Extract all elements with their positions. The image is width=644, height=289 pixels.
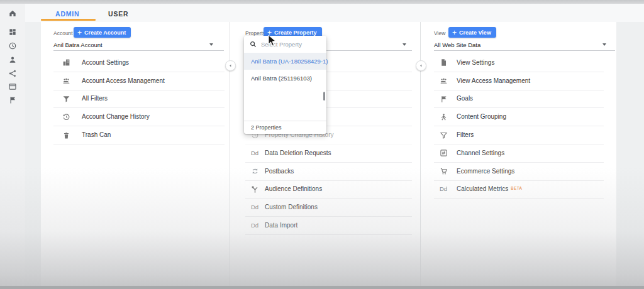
search-icon: [250, 41, 257, 48]
audience-branch-icon: [250, 185, 259, 194]
plus-icon: +: [267, 29, 272, 36]
document-icon: [439, 58, 448, 67]
frame-bottom-strip: [0, 286, 644, 289]
sync-arrows-icon: [250, 167, 259, 176]
property-search-input[interactable]: [260, 40, 319, 48]
list-item-goals[interactable]: Goals: [434, 90, 604, 109]
account-settings-list: Account Settings Account Access Manageme…: [53, 54, 225, 144]
chevron-down-icon[interactable]: [209, 43, 213, 46]
divider: [244, 121, 326, 121]
customization-icon[interactable]: [8, 28, 17, 36]
dd-glyph-icon: Dd: [250, 221, 259, 230]
chevron-left-icon: [419, 63, 423, 68]
trash-icon: [62, 131, 70, 139]
left-nav-rail: [0, 4, 25, 286]
property-option-1[interactable]: Anil Batra (UA-180258429-1): [244, 53, 326, 70]
list-item-account-change-history[interactable]: Account Change History: [53, 108, 225, 126]
ga-admin-screen: ADMIN USER Account + Create Account Ani: [0, 0, 644, 289]
cart-icon: [439, 167, 448, 176]
beta-badge: BETA: [511, 186, 522, 190]
create-view-button[interactable]: + Create View: [448, 27, 496, 38]
channel-settings-icon: [439, 149, 448, 158]
list-item-trash-can[interactable]: Trash Can: [53, 126, 225, 144]
list-item-channel-settings[interactable]: Channel Settings: [434, 144, 604, 163]
dd-glyph-icon: Dd: [250, 203, 259, 212]
list-item-account-settings[interactable]: Account Settings: [53, 54, 225, 72]
property-count-label: 2 Properties: [251, 124, 282, 131]
active-tab-underline: [41, 19, 96, 21]
list-item-account-access-management[interactable]: Account Access Management: [53, 72, 225, 90]
funnel-icon: [62, 94, 70, 103]
history-icon: [62, 112, 70, 121]
view-selector[interactable]: All Web Site Data: [434, 41, 480, 49]
list-item-filters[interactable]: Filters: [434, 126, 604, 144]
chevron-left-icon: [228, 63, 233, 68]
tab-user[interactable]: USER: [108, 9, 128, 19]
conversions-flag-icon[interactable]: [8, 95, 17, 104]
list-item-postbacks[interactable]: Postbacks: [245, 163, 412, 181]
frame-top-strip: [0, 0, 644, 4]
funnel-icon: [439, 131, 448, 139]
list-item-data-deletion-requests[interactable]: Dd Data Deletion Requests: [245, 144, 412, 163]
tab-admin[interactable]: ADMIN: [55, 9, 79, 19]
list-item-view-access-management[interactable]: View Access Management: [434, 72, 604, 90]
plus-icon: +: [452, 29, 457, 36]
view-settings-list: View Settings View Access Management Goa…: [434, 54, 604, 199]
list-item-audience-definitions[interactable]: Audience Definitions: [245, 181, 412, 199]
list-item-custom-definitions[interactable]: Dd Custom Definitions: [245, 199, 412, 217]
chevron-down-icon[interactable]: [602, 43, 606, 46]
people-icon: [439, 77, 448, 85]
home-icon[interactable]: [8, 9, 17, 18]
behavior-page-icon[interactable]: [8, 82, 17, 91]
content-grouping-icon: [439, 112, 448, 121]
list-item-ecommerce-settings[interactable]: Ecommerce Settings: [434, 163, 604, 181]
dropdown-scrollbar[interactable]: [323, 92, 325, 101]
audience-person-icon[interactable]: [8, 55, 17, 64]
collapse-account-column-button[interactable]: [225, 60, 236, 71]
divider: [53, 50, 224, 51]
divider: [434, 50, 615, 51]
property-dropdown-panel: Anil Batra (UA-180258429-1) Anil Batra (…: [244, 36, 326, 134]
account-selector[interactable]: Anil Batra Account: [53, 41, 103, 49]
list-item-calculated-metrics[interactable]: Dd Calculated Metrics BETA: [434, 181, 604, 199]
flag-icon: [439, 94, 448, 103]
list-item-all-filters[interactable]: All Filters: [53, 90, 225, 109]
view-column-label: View: [434, 30, 445, 36]
list-item-data-import[interactable]: Dd Data Import: [245, 217, 412, 235]
org-building-icon: [62, 58, 70, 67]
tab-bar: ADMIN USER: [0, 4, 644, 22]
dd-glyph-icon: Dd: [439, 185, 448, 194]
plus-icon: +: [77, 29, 82, 36]
property-option-2[interactable]: Anil Batra (251196103): [244, 70, 326, 87]
collapse-property-column-button[interactable]: [416, 60, 426, 71]
people-icon: [62, 77, 70, 85]
list-item-view-settings[interactable]: View Settings: [434, 54, 604, 72]
realtime-clock-icon[interactable]: [8, 41, 17, 50]
dd-glyph-icon: Dd: [250, 149, 259, 158]
acquisition-share-icon[interactable]: [8, 69, 17, 78]
account-column-label: Account: [53, 30, 73, 36]
create-account-button[interactable]: + Create Account: [74, 27, 131, 38]
list-item-content-grouping[interactable]: Content Grouping: [434, 108, 604, 126]
property-search-row: [244, 36, 326, 53]
chevron-down-icon[interactable]: [402, 43, 406, 46]
